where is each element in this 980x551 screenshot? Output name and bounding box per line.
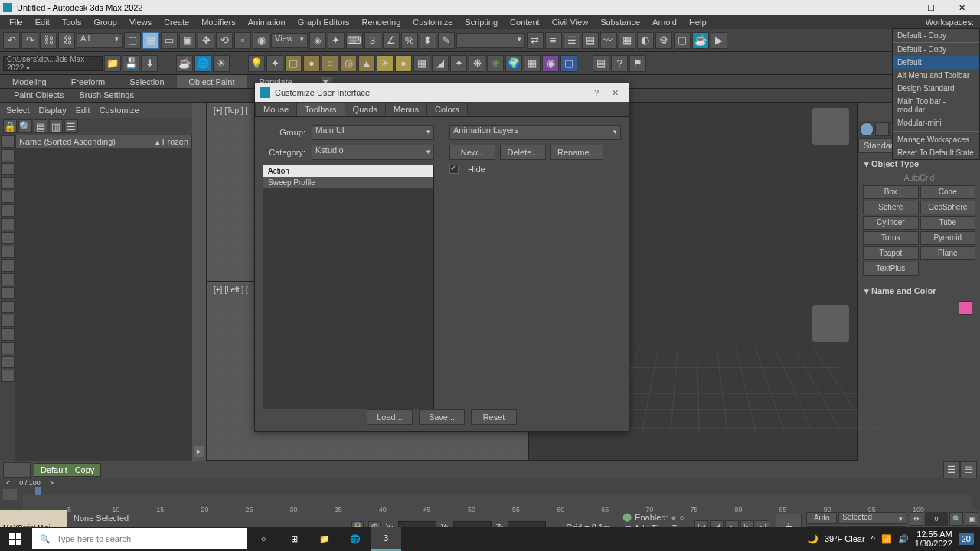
window-crossing-button[interactable]: ▣ xyxy=(179,32,196,49)
sic-13[interactable] xyxy=(1,301,15,313)
sic-2[interactable] xyxy=(1,149,15,161)
circle-icon[interactable]: ● xyxy=(395,55,412,72)
obj-box[interactable]: Box xyxy=(863,185,919,199)
sic-5[interactable] xyxy=(1,191,15,203)
weather-text[interactable]: 39°F Clear xyxy=(825,534,865,543)
obj-geosphere[interactable]: GeoSphere xyxy=(920,201,976,214)
menu-file[interactable]: File xyxy=(3,16,29,28)
action-item-sweep[interactable]: Sweep Profile xyxy=(263,177,433,188)
obj-sphere[interactable]: Sphere xyxy=(863,201,919,214)
clock-time[interactable]: 12:55 AM xyxy=(915,530,952,539)
scene-col2-icon[interactable]: ▥ xyxy=(49,119,63,133)
sic-4[interactable] xyxy=(1,177,15,189)
box-prim-icon[interactable]: ▢ xyxy=(285,55,302,72)
nav-pan-button[interactable]: ✥ xyxy=(910,512,923,526)
target-icon[interactable]: ✦ xyxy=(266,55,283,72)
weather-icon[interactable]: 🌙 xyxy=(808,534,818,544)
star-icon[interactable]: ✦ xyxy=(450,55,467,72)
nav-frame-field[interactable]: 0 xyxy=(925,512,948,526)
import-button[interactable]: ⬇ xyxy=(141,55,158,72)
sic-3[interactable] xyxy=(1,163,15,175)
menu-scripting[interactable]: Scripting xyxy=(459,16,504,28)
viewcube[interactable] xyxy=(812,108,849,145)
obj-teapot[interactable]: Teapot xyxy=(863,246,919,260)
toggle-ribbon-button[interactable]: ▤ xyxy=(582,32,599,49)
sub-paintobjects[interactable]: Paint Objects xyxy=(6,89,71,102)
render-button[interactable]: ☕ xyxy=(692,32,709,49)
menu-group[interactable]: Group xyxy=(87,16,123,28)
expand-icon[interactable]: ▸ xyxy=(194,446,204,457)
purple-icon[interactable]: ◉ xyxy=(542,55,559,72)
layers-button[interactable]: ☰ xyxy=(564,32,580,49)
save-button[interactable]: 💾 xyxy=(122,55,139,72)
max-taskbar-icon[interactable]: 3 xyxy=(371,527,401,551)
group-dropdown[interactable]: Main UI xyxy=(312,125,434,140)
scene-lock-icon[interactable]: 🔒 xyxy=(3,119,17,133)
ws-item-5[interactable]: Modular-mini xyxy=(893,116,979,129)
render-frame-button[interactable]: ▢ xyxy=(674,32,691,49)
sic-18[interactable] xyxy=(1,370,15,382)
selected-dropdown[interactable]: Selected xyxy=(838,512,906,524)
scene-tab-edit[interactable]: Edit xyxy=(76,106,90,115)
undo-button[interactable]: ↶ xyxy=(3,32,20,49)
keyboard-button[interactable]: ⌨ xyxy=(346,32,363,49)
link-button[interactable]: ⛓ xyxy=(40,32,57,49)
grid-icon[interactable]: ▦ xyxy=(413,55,430,72)
flag-icon[interactable]: ⚑ xyxy=(629,55,646,72)
ws-reset[interactable]: Reset To Default State xyxy=(893,146,979,159)
scene-tab-display[interactable]: Display xyxy=(39,106,67,115)
cortana-icon[interactable]: ○ xyxy=(248,527,279,551)
sun-icon[interactable]: ☀ xyxy=(213,55,230,72)
sub-brushsettings[interactable]: Brush Settings xyxy=(71,89,142,102)
layer-icon1[interactable]: ☰ xyxy=(943,461,960,478)
rename-button[interactable]: Rename... xyxy=(550,145,603,160)
reset-button[interactable]: Reset xyxy=(471,409,517,425)
dialog-titlebar[interactable]: Customize User Interface ? ✕ xyxy=(255,83,629,102)
chrome-icon[interactable]: 🌐 xyxy=(340,527,371,551)
save-button[interactable]: Save... xyxy=(419,409,465,425)
menu-arnold[interactable]: Arnold xyxy=(646,16,683,28)
ws-current[interactable]: Default - Copy xyxy=(893,29,979,43)
menu-grapheditors[interactable]: Graph Editors xyxy=(292,16,356,28)
menu-tools[interactable]: Tools xyxy=(56,16,88,28)
slider-next[interactable]: > xyxy=(47,479,57,487)
material-editor-button[interactable]: ◐ xyxy=(637,32,654,49)
manip-button[interactable]: ✦ xyxy=(328,32,345,49)
sun2-icon[interactable]: ☀ xyxy=(377,55,394,72)
percent-snap-button[interactable]: % xyxy=(401,32,418,49)
maximize-button[interactable]: ☐ xyxy=(916,0,946,15)
taskbar-search[interactable]: 🔍 Type here to search xyxy=(32,528,247,549)
vp-left-label[interactable]: [+] [Left ] [ xyxy=(211,284,251,295)
snap-button[interactable]: 3 xyxy=(364,32,381,49)
atmos-icon[interactable]: ❋ xyxy=(469,55,485,72)
start-button[interactable] xyxy=(0,527,31,551)
sic-16[interactable] xyxy=(1,342,15,354)
sic-9[interactable] xyxy=(1,246,15,258)
sic-1[interactable] xyxy=(1,135,15,148)
pivot-button[interactable]: ◈ xyxy=(309,32,326,49)
ws-item-1[interactable]: Default xyxy=(893,56,979,69)
ws-item-2[interactable]: Alt Menu and Toolbar xyxy=(893,69,979,82)
sic-12[interactable] xyxy=(1,287,15,299)
layer-icon2[interactable]: ▤ xyxy=(960,461,977,478)
vp-top-label[interactable]: [+] [Top ] [ xyxy=(211,105,250,116)
nav-zoom-button[interactable]: 🔍 xyxy=(949,512,963,526)
timeline-config-icon[interactable] xyxy=(3,489,17,500)
mirror-button[interactable]: ⇄ xyxy=(527,32,544,49)
teapot-icon[interactable]: ☕ xyxy=(176,55,193,72)
open-button[interactable]: 📁 xyxy=(104,55,121,72)
color-icon[interactable]: ▦ xyxy=(524,55,541,72)
sic-7[interactable] xyxy=(1,218,15,230)
rtab-objectpaint[interactable]: Object Paint xyxy=(177,75,247,88)
calc-icon[interactable]: ▤ xyxy=(593,55,609,72)
clock-date[interactable]: 1/30/2022 xyxy=(915,539,952,548)
menu-edit[interactable]: Edit xyxy=(29,16,56,28)
unlink-button[interactable]: ⛓ xyxy=(58,32,75,49)
ws-item-0[interactable]: Default - Copy xyxy=(893,43,979,56)
enabled-dot2[interactable]: ○ xyxy=(679,513,684,522)
menu-create[interactable]: Create xyxy=(158,16,195,28)
toolbar-select[interactable]: Animation Layers xyxy=(449,125,621,140)
curve-editor-button[interactable]: 〰 xyxy=(600,32,617,49)
minimize-button[interactable]: ─ xyxy=(885,0,916,15)
schematic-button[interactable]: ▦ xyxy=(619,32,635,49)
